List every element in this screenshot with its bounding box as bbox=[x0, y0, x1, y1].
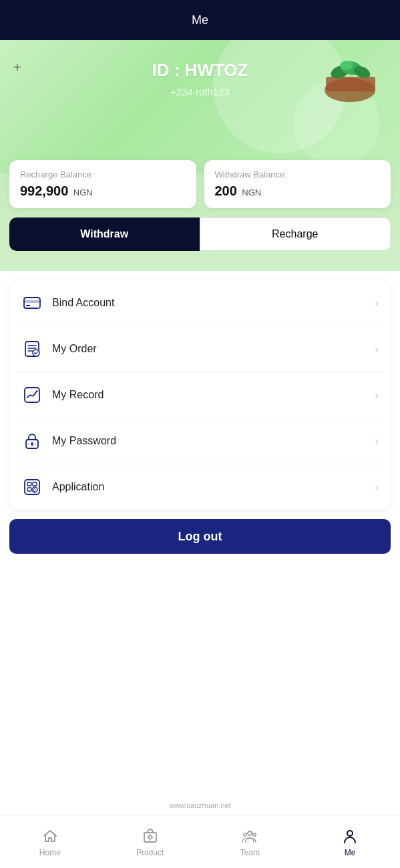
home-nav-label: Home bbox=[39, 848, 61, 857]
logout-button[interactable]: Log out bbox=[9, 519, 391, 554]
recharge-balance-card: Recharge Balance 992,900 NGN bbox=[9, 160, 196, 208]
recharge-balance-label: Recharge Balance bbox=[20, 169, 186, 179]
plus-icon: + bbox=[13, 60, 21, 75]
me-icon bbox=[341, 827, 359, 845]
svg-point-15 bbox=[28, 444, 29, 445]
card-icon bbox=[21, 292, 43, 314]
bottom-nav: Home Product Team bbox=[0, 815, 400, 868]
product-icon bbox=[141, 827, 160, 845]
chevron-right-icon: › bbox=[375, 342, 379, 356]
chevron-right-icon: › bbox=[375, 296, 379, 310]
header-title: Me bbox=[192, 13, 208, 27]
home-icon bbox=[41, 827, 59, 845]
balance-row: Recharge Balance 992,900 NGN Withdraw Ba… bbox=[0, 160, 400, 208]
withdraw-button[interactable]: Withdraw bbox=[9, 218, 200, 251]
my-order-label: My Order bbox=[52, 343, 375, 355]
svg-rect-18 bbox=[27, 482, 31, 486]
menu-item-application[interactable]: 0 Application › bbox=[9, 464, 391, 510]
svg-point-26 bbox=[244, 833, 246, 835]
recharge-button[interactable]: Recharge bbox=[200, 218, 391, 251]
basket-decoration bbox=[317, 47, 380, 103]
svg-point-28 bbox=[347, 831, 353, 836]
svg-point-16 bbox=[35, 444, 36, 445]
svg-rect-17 bbox=[25, 480, 39, 494]
svg-text:0: 0 bbox=[33, 488, 36, 492]
withdraw-balance-label: Withdraw Balance bbox=[215, 169, 381, 179]
watermark: www.tiaozhuan.net bbox=[169, 801, 230, 809]
my-password-label: My Password bbox=[52, 435, 375, 447]
password-icon bbox=[21, 430, 43, 452]
team-nav-label: Team bbox=[240, 848, 260, 857]
product-nav-label: Product bbox=[136, 848, 164, 857]
svg-point-27 bbox=[253, 833, 256, 835]
svg-rect-11 bbox=[25, 388, 39, 402]
profile-section: + ID : HWTOZ +234 ruth123 bbox=[0, 40, 400, 173]
svg-rect-1 bbox=[326, 77, 375, 91]
record-icon bbox=[21, 384, 43, 406]
action-row: Withdraw Recharge bbox=[9, 218, 391, 251]
svg-rect-7 bbox=[24, 300, 40, 303]
menu-panel: Bind Account › My Order › bbox=[9, 280, 391, 510]
menu-item-bind-account[interactable]: Bind Account › bbox=[9, 280, 391, 326]
menu-item-my-password[interactable]: My Password › bbox=[9, 418, 391, 464]
svg-rect-8 bbox=[26, 305, 30, 306]
nav-item-team[interactable]: Team bbox=[200, 827, 301, 857]
application-label: Application bbox=[52, 481, 375, 493]
app-header: Me bbox=[0, 0, 400, 40]
nav-item-me[interactable]: Me bbox=[300, 827, 400, 857]
team-icon bbox=[240, 827, 259, 845]
recharge-balance-currency: NGN bbox=[73, 187, 93, 197]
chevron-right-icon: › bbox=[375, 480, 379, 494]
me-nav-label: Me bbox=[345, 848, 356, 857]
chevron-right-icon: › bbox=[375, 388, 379, 402]
nav-item-home[interactable]: Home bbox=[0, 827, 100, 857]
recharge-balance-amount: 992,900 bbox=[20, 183, 68, 198]
nav-item-product[interactable]: Product bbox=[100, 827, 200, 857]
bind-account-label: Bind Account bbox=[52, 297, 375, 309]
chevron-right-icon: › bbox=[375, 434, 379, 448]
menu-item-my-order[interactable]: My Order › bbox=[9, 326, 391, 372]
svg-point-13 bbox=[31, 442, 33, 445]
app-icon: 0 bbox=[21, 476, 43, 498]
withdraw-balance-currency: NGN bbox=[242, 187, 261, 197]
withdraw-balance-amount: 200 bbox=[215, 183, 237, 198]
svg-point-25 bbox=[248, 831, 252, 835]
my-record-label: My Record bbox=[52, 389, 375, 401]
menu-item-my-record[interactable]: My Record › bbox=[9, 372, 391, 418]
svg-point-24 bbox=[148, 835, 152, 839]
svg-rect-19 bbox=[33, 482, 37, 486]
svg-rect-20 bbox=[27, 488, 31, 491]
order-icon bbox=[21, 338, 43, 360]
withdraw-balance-card: Withdraw Balance 200 NGN bbox=[204, 160, 391, 208]
